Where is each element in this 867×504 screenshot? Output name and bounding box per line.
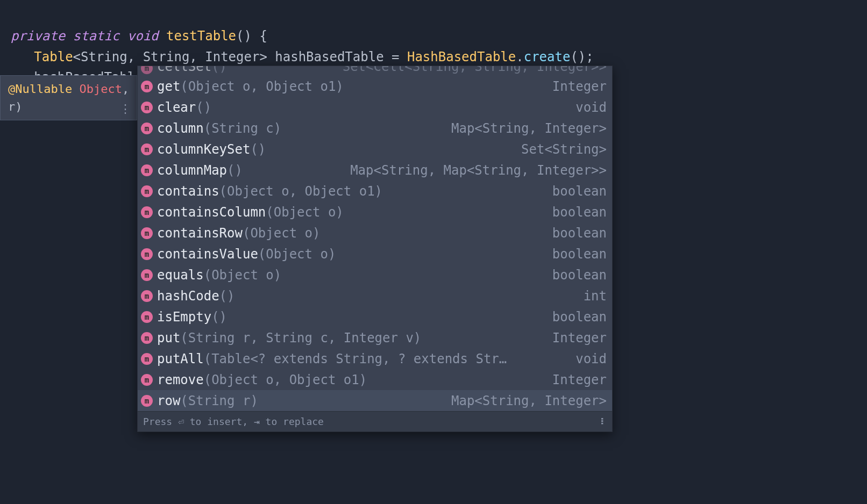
completion-return-type: boolean	[546, 184, 607, 199]
completion-signature: get(Object o, Object o1)	[157, 79, 344, 94]
method-icon: m	[141, 102, 153, 113]
annotation-nullable: @Nullable	[8, 82, 72, 96]
completion-item-columnKeySet[interactable]: mcolumnKeySet()Set<String>	[138, 139, 612, 160]
completion-item-clear[interactable]: mclear()void	[138, 97, 612, 118]
open-brace: {	[252, 28, 267, 44]
method-icon: m	[141, 248, 153, 260]
completion-params: ()	[196, 100, 211, 115]
completion-signature: contains(Object o, Object o1)	[157, 184, 382, 199]
method-icon: m	[141, 206, 153, 218]
completion-signature: clear()	[157, 100, 211, 115]
completion-name: hashCode	[157, 289, 219, 304]
method-icon: m	[141, 185, 153, 197]
completion-more-icon[interactable]: ⋯	[596, 417, 609, 426]
completion-item-column[interactable]: mcolumn(String c)Map<String, Integer>	[138, 118, 612, 139]
completion-item-row[interactable]: mrow(String r)Map<String, Integer>	[138, 390, 612, 411]
param-type-object: Object	[79, 82, 122, 96]
keyword-void: void	[127, 28, 159, 44]
completion-footer: Press ⏎ to insert, ⇥ to replace ⋯	[138, 411, 612, 431]
completion-return-type: Map<String, Integer>	[445, 393, 607, 408]
type-hashbasedtable: HashBasedTable	[407, 49, 516, 64]
completion-item-columnMap[interactable]: mcolumnMap()Map<String, Map<String, Inte…	[138, 160, 612, 181]
method-icon: m	[141, 66, 153, 74]
completion-params: ()	[227, 163, 243, 178]
completion-name: get	[157, 79, 180, 94]
completion-return-type: boolean	[546, 268, 607, 283]
completion-signature: containsRow(Object o)	[157, 226, 320, 241]
completion-return-type: Integer	[546, 79, 607, 94]
completion-name: putAll	[157, 351, 204, 366]
completion-name: isEmpty	[157, 309, 211, 325]
completion-return-type: boolean	[546, 226, 607, 241]
completion-item-equals[interactable]: mequals(Object o)boolean	[138, 264, 612, 285]
method-icon: m	[141, 227, 153, 239]
completion-item-hashCode[interactable]: mhashCode()int	[138, 285, 612, 306]
completion-params: (String r, String c, Integer v)	[180, 330, 421, 345]
completion-signature: columnKeySet()	[157, 142, 266, 157]
completion-item-containsValue[interactable]: mcontainsValue(Object o)boolean	[138, 243, 612, 264]
completion-item-cellSet[interactable]: mcellSet()Set<Cell<String, String, Integ…	[138, 66, 612, 76]
completion-name: containsRow	[157, 226, 243, 241]
completion-signature: containsColumn(Object o)	[157, 205, 344, 220]
completion-signature: containsValue(Object o)	[157, 247, 336, 262]
completion-name: equals	[157, 268, 204, 283]
type-table: Table	[34, 49, 73, 64]
completion-params: (Table<? extends String, ? extends Str…	[204, 351, 507, 366]
completion-item-isEmpty[interactable]: misEmpty()boolean	[138, 306, 612, 327]
completion-signature: columnMap()	[157, 163, 243, 178]
completion-params: (Object o)	[258, 247, 336, 262]
completion-item-put[interactable]: mput(String r, String c, Integer v)Integ…	[138, 327, 612, 348]
completion-params: (Object o, Object o1)	[180, 79, 343, 94]
method-icon: m	[141, 81, 153, 92]
code-completion-popup[interactable]: mcellSet()Set<Cell<String, String, Integ…	[137, 66, 613, 432]
completion-params: ()	[211, 66, 227, 74]
completion-list[interactable]: mcellSet()Set<Cell<String, String, Integ…	[138, 66, 612, 411]
method-icon: m	[141, 395, 153, 407]
completion-return-type: void	[569, 351, 607, 366]
completion-signature: hashCode()	[157, 289, 235, 304]
completion-item-contains[interactable]: mcontains(Object o, Object o1)boolean	[138, 181, 612, 201]
completion-signature: cellSet()	[157, 66, 227, 74]
static-method-create: create	[524, 49, 571, 64]
completion-signature: column(String c)	[157, 121, 281, 136]
method-icon: m	[141, 143, 153, 155]
completion-item-get[interactable]: mget(Object o, Object o1)Integer	[138, 76, 612, 97]
keyword-private: private	[11, 28, 65, 44]
completion-params: (Object o, Object o1)	[219, 184, 382, 199]
completion-signature: equals(Object o)	[157, 268, 281, 283]
method-icon: m	[141, 353, 153, 365]
completion-params: ()	[219, 289, 235, 304]
method-icon: m	[141, 290, 153, 302]
method-icon: m	[141, 311, 153, 323]
completion-name: cellSet	[157, 66, 211, 74]
param-hint-more-icon[interactable]: ⋮	[119, 100, 132, 118]
completion-return-type: boolean	[546, 309, 607, 325]
method-icon: m	[141, 123, 153, 134]
parens: ()	[236, 28, 252, 44]
completion-params: (String r)	[180, 393, 258, 408]
completion-return-type: Map<String, Map<String, Integer>>	[344, 163, 607, 178]
completion-params: (Object o)	[266, 205, 344, 220]
param-hint-line-2: r)	[8, 98, 129, 116]
completion-params: ()	[250, 142, 266, 157]
completion-return-type: Set<String>	[515, 142, 607, 157]
call-tail: ();	[570, 49, 593, 64]
completion-item-remove[interactable]: mremove(Object o, Object o1)Integer	[138, 369, 612, 390]
completion-return-type: boolean	[546, 247, 607, 262]
completion-signature: putAll(Table<? extends String, ? extends…	[157, 351, 507, 366]
completion-signature: remove(Object o, Object o1)	[157, 372, 367, 387]
completion-name: row	[157, 393, 180, 408]
completion-item-containsRow[interactable]: mcontainsRow(Object o)boolean	[138, 222, 612, 243]
completion-name: column	[157, 121, 204, 136]
method-icon: m	[141, 374, 153, 386]
dot: .	[516, 49, 523, 64]
completion-name: clear	[157, 100, 196, 115]
variable-name: hashBasedTable	[267, 49, 392, 64]
generic-params: <String, String, Integer>	[73, 49, 267, 64]
completion-item-containsColumn[interactable]: mcontainsColumn(Object o)boolean	[138, 201, 612, 222]
completion-params: (Object o, Object o1)	[204, 372, 367, 387]
completion-item-putAll[interactable]: mputAll(Table<? extends String, ? extend…	[138, 348, 612, 369]
completion-signature: put(String r, String c, Integer v)	[157, 330, 421, 345]
completion-name: put	[157, 330, 180, 345]
code-line-2: Table<String, String, Integer> hashBased…	[11, 49, 594, 64]
